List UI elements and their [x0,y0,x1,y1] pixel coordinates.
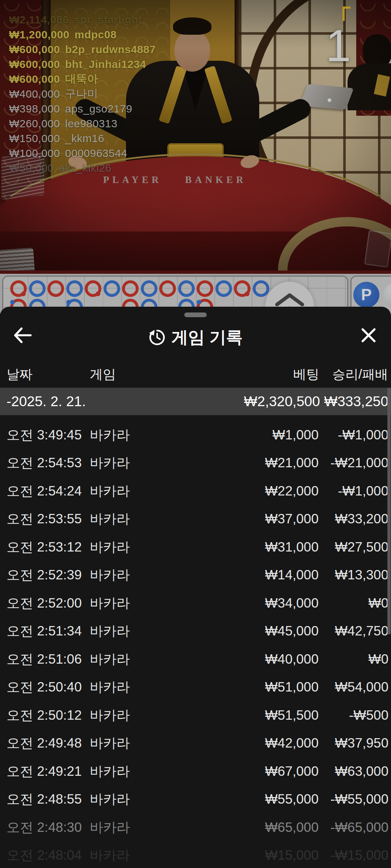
road-ring-blue [29,280,46,297]
row-time: 오전 2:52:00 [7,594,82,612]
live-video-stream: PLAYER BANKER 1 ₩2,114,086 spr_starlight… [0,0,391,274]
row-winloss: ₩13,300 [335,567,388,583]
close-button[interactable] [357,324,380,347]
row-game: 바카라 [90,594,130,612]
row-winloss: ₩27,500 [335,540,388,555]
bet-amount: ₩100,000 [9,147,60,159]
row-winloss: ₩37,950 [335,736,388,751]
row-game: 바카라 [90,762,130,780]
leaderboard-entry: ₩600,000 대뚝아 [9,72,156,86]
card-shoe-light [328,98,331,102]
column-header-bet: 베팅 [293,367,319,382]
row-time: 오전 2:51:06 [7,650,82,668]
road-ring-blue [104,280,120,297]
row-bet: ₩51,500 [265,708,319,723]
row-game: 바카라 [90,426,130,444]
row-winloss: -₩1,000 [338,484,388,499]
row-game: 바카라 [90,678,130,696]
history-row: 오전 2:54:24 바카라 ₩22,000 -₩1,000 [0,477,391,505]
bet-amount: ₩260,000 [9,118,60,130]
frame-corner-mark [342,7,350,21]
row-time: 오전 2:48:55 [7,790,82,808]
row-game: 바카라 [90,482,130,500]
close-icon [358,325,379,345]
road-pair-dot [21,292,26,296]
player-nickname: akz_kiki26 [59,162,112,174]
history-row: 오전 2:49:21 바카라 ₩67,000 ₩63,000 [0,757,391,786]
row-game: 바카라 [90,650,130,668]
player-nickname: 구나미 [65,86,98,101]
row-game: 바카라 [90,818,130,837]
leaderboard-entry: ₩100,000 0000963544 [9,146,156,161]
history-row: 오전 2:52:39 바카라 ₩14,000 ₩13,300 [0,561,391,590]
row-winloss: ₩0 [369,652,389,667]
row-winloss: ₩0 [369,596,389,611]
scrollbar-thumb[interactable] [387,388,391,634]
column-header-date: 날짜 [7,367,33,382]
history-row: 오전 2:53:12 바카라 ₩31,000 ₩27,500 [0,533,391,561]
row-time: 오전 2:54:24 [7,482,82,500]
bet-amount: ₩150,000 [9,132,60,145]
player-road-badge[interactable]: P [353,282,379,308]
road-ring-blue [215,280,232,297]
row-winloss: -₩65,000 [331,820,388,835]
row-winloss: -₩21,000 [331,455,388,471]
leaderboard-entry: ₩2,114,086 spr_starlight [9,12,156,27]
row-time: 오전 2:50:12 [7,706,82,724]
dealer-hair [173,17,211,35]
screen: PLAYER BANKER 1 ₩2,114,086 spr_starlight… [0,0,391,868]
player-nickname: mdpc08 [75,29,117,41]
history-row: 오전 2:50:12 바카라 ₩51,500 -₩500 [0,701,391,729]
video-bottom-strip [0,271,391,274]
row-winloss: ₩54,000 [335,680,388,695]
player-nickname: _kkm16 [65,132,104,145]
row-winloss: -₩500 [349,708,388,723]
row-bet: ₩40,000 [265,652,319,667]
drag-handle[interactable] [184,312,207,317]
leaderboard-entry: ₩600,000 bht_Jinhai1234 [9,57,156,72]
history-row: 오전 2:48:30 바카라 ₩65,000 -₩65,000 [0,813,391,842]
road-ring-red [122,280,139,297]
row-bet: ₩51,000 [265,680,319,695]
chip-rack [0,248,35,274]
row-bet: ₩34,000 [265,596,319,611]
leaderboard-entry: ₩398,000 aps_gso2179 [9,101,156,116]
column-header-game: 게임 [90,367,116,382]
row-bet: ₩14,000 [265,567,319,583]
modal-title: 게임 기록 [0,326,391,349]
bet-amount: ₩2,114,086 [9,14,69,26]
history-row: 오전 2:48:55 바카라 ₩55,000 -₩55,000 [0,786,391,814]
bet-amount: ₩1,200,000 [9,29,70,41]
bet-amount: ₩50,000 [9,162,54,174]
history-row: 오전 2:52:00 바카라 ₩34,000 ₩0 [0,589,391,617]
row-winloss: -₩1,000 [338,427,388,443]
history-row-list: 오전 3:49:45 바카라 ₩1,000 -₩1,000 오전 2:54:53… [0,421,391,868]
road-pair-dot [10,300,15,305]
player-nickname: b2p_rudwns4887 [65,43,156,56]
road-ring-blue [141,280,157,297]
row-bet: ₩55,000 [265,792,319,807]
leaderboard-entry: ₩400,000 구나미 [9,86,156,101]
leaderboard-entry: ₩600,000 b2p_rudwns4887 [9,42,156,57]
bet-amount: ₩600,000 [9,58,60,71]
row-time: 오전 2:49:48 [7,734,82,752]
row-time: 오전 2:52:39 [7,566,82,584]
dealer-face [175,31,210,72]
bet-leaderboard: ₩2,114,086 spr_starlight ₩1,200,000 mdpc… [9,12,156,175]
bet-amount: ₩600,000 [9,73,60,85]
player-bet-area-label: PLAYER [103,174,162,186]
history-row: 오전 2:54:53 바카라 ₩21,000 -₩21,000 [0,449,391,477]
row-winloss: -₩15,000 [331,848,388,863]
road-ring-red [85,280,101,297]
history-row: 오전 2:48:04 바카라 ₩15,000 -₩15,000 [0,842,391,868]
bet-amount: ₩398,000 [9,103,60,115]
road-pair-dot [245,292,249,296]
row-bet: ₩42,000 [265,736,319,751]
player-nickname: bht_Jinhai1234 [65,58,146,71]
row-bet: ₩1,000 [272,427,319,443]
row-bet: ₩22,000 [265,484,319,499]
secondary-road-badge[interactable] [383,282,391,308]
bet-amount: ₩400,000 [9,88,60,100]
acrylic-shoe [364,230,391,268]
history-row: 오전 2:49:48 바카라 ₩42,000 ₩37,950 [0,729,391,758]
